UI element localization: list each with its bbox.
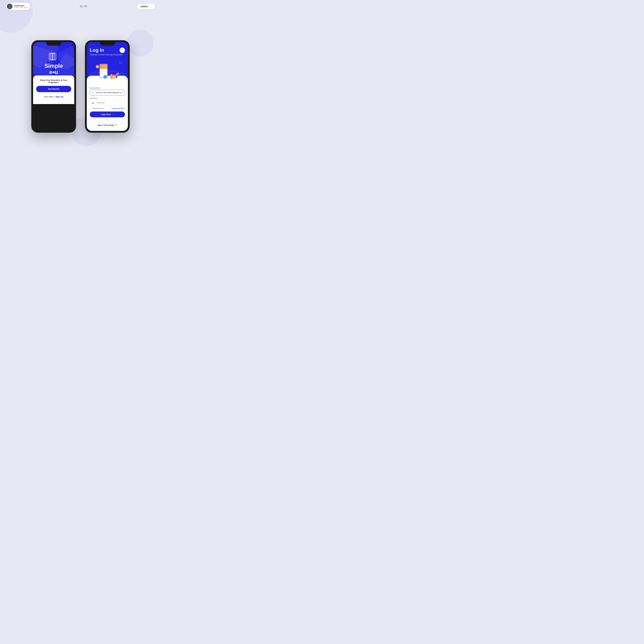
email-icon: ✉ <box>92 91 93 94</box>
login-btn-label: Login Now <box>101 113 111 116</box>
password-divider <box>95 102 96 104</box>
phone-1-notch <box>46 42 61 46</box>
google-icon: G <box>115 124 117 127</box>
signup-link[interactable]: Sign Up <box>55 96 63 98</box>
splash-bottom-card: Enjoy Your Education at Your Fingertips … <box>33 75 74 104</box>
page-indicator: 02 / 05 <box>80 5 87 8</box>
phone-1-screen: Simple eu Enjoy Your Education at Your F… <box>33 42 74 131</box>
headphones-icon: 🎧 <box>119 61 122 64</box>
tagline-text: Enjoy Your Education at Your Fingertips … <box>36 79 71 83</box>
swipe-label: SWIPE <box>141 5 148 8</box>
arrow-right-icon: → <box>112 113 114 116</box>
splash-signup-button[interactable]: New Here ? Sign Up <box>36 94 71 100</box>
phone-2: Log In ← Experience a better learning en… <box>85 40 130 133</box>
login-form: Email address ✉ ✓ Password 🔒 <box>87 85 128 131</box>
globe-icon: 🌐 <box>103 75 107 79</box>
phones-container: Simple eu Enjoy Your Education at Your F… <box>0 12 161 161</box>
wifi-icon: 📶 <box>96 65 99 68</box>
phone-2-screen: Log In ← Experience a better learning en… <box>87 42 128 131</box>
login-header: Log In ← Experience a better learning en… <box>87 42 128 85</box>
forgot-password-link[interactable]: Forgot password ? <box>111 107 125 109</box>
password-input-wrapper: 🔒 <box>90 100 125 106</box>
app-name: Simple eu <box>44 63 63 75</box>
google-btn-label: Sign In with Google <box>97 124 114 126</box>
back-button[interactable]: ← <box>120 48 125 53</box>
avatar: 👤 <box>7 4 13 9</box>
email-field[interactable] <box>96 92 121 94</box>
splash-screen: Simple eu Enjoy Your Education at Your F… <box>33 42 74 104</box>
check-icon: ✓ <box>121 91 123 94</box>
login-title-row: Log In ← <box>90 47 125 53</box>
login-screen: Log In ← Experience a better learning en… <box>87 42 128 131</box>
arrow-left-icon: ← <box>149 5 151 8</box>
phone-1: Simple eu Enjoy Your Education at Your F… <box>31 40 76 133</box>
handle-label: @Jino.uiux <box>14 4 28 7</box>
phone-2-notch <box>100 42 115 46</box>
app-name-line1: Simple <box>44 63 63 69</box>
form-options-row: Remember me Forgot password ? <box>90 107 125 109</box>
book-icon <box>48 52 59 61</box>
password-label: Password <box>90 97 125 99</box>
remember-row: Remember me <box>90 107 104 109</box>
swipe-button[interactable]: SWIPE ← <box>137 4 155 9</box>
signup-prefix: New Here ? <box>44 96 55 98</box>
app-name-line2: eu <box>44 69 63 75</box>
profile-text: @Jino.uiux CODE- UI/UX-TECH <box>14 4 28 8</box>
or-text: OR <box>106 119 109 121</box>
login-button[interactable]: Login Now → <box>90 112 125 117</box>
or-divider: OR <box>90 119 125 121</box>
profile-badge: 👤 @Jino.uiux CODE- UI/UX-TECH <box>6 3 30 10</box>
login-subtitle: Experience a better learning environment <box>90 54 125 56</box>
password-field[interactable] <box>97 102 123 104</box>
email-label: Email address <box>90 87 125 89</box>
remember-label: Remember me <box>93 107 104 109</box>
get-started-button[interactable]: Get Started <box>36 86 71 92</box>
header: 👤 @Jino.uiux CODE- UI/UX-TECH 02 / 05 SW… <box>0 0 161 13</box>
remember-checkbox[interactable] <box>90 107 92 109</box>
login-title: Log In <box>90 47 104 53</box>
svg-rect-1 <box>51 53 54 60</box>
subtitle-label: CODE- UI/UX-TECH <box>14 7 28 8</box>
edu-dot <box>53 71 54 73</box>
signup-button[interactable]: New Here ? Sign Up <box>90 129 125 131</box>
google-signin-button[interactable]: Sign In with Google G <box>90 122 125 128</box>
email-input-wrapper: ✉ ✓ <box>90 90 125 95</box>
person-1 <box>111 74 112 78</box>
lock-icon: 🔒 <box>92 102 94 104</box>
